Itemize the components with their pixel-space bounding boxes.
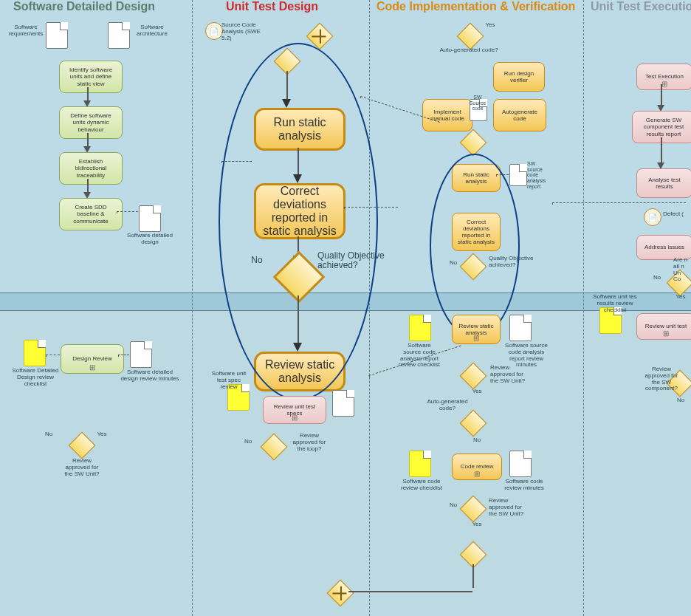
label-sdd-output: Software detaileddesign [120, 233, 180, 246]
label-qo-small: Quality Objectiveachieved? [489, 256, 543, 269]
task-run-dv: Run designverifier [493, 62, 545, 92]
label-component-review: Reviewapproved forthe SWcomponent? [638, 366, 685, 392]
label-ut-results-checklist: Software unit tesresults reviewchecklist [588, 294, 642, 313]
task-test-exec: Test Execution [636, 64, 691, 90]
event-defect: 📄 [644, 208, 661, 226]
doc-sdd-output [139, 205, 161, 232]
lane-title-sdd: Software Detailed Design [13, 0, 155, 13]
label-yes-ute: Yes [673, 294, 688, 301]
lane-title-utd: Unit Test Design [226, 0, 318, 13]
label-sca-checklist: Softwaresource codeanalysis reportreview… [396, 343, 443, 369]
label-no-big: No [248, 256, 266, 265]
label-defect: Defect ( [663, 211, 691, 218]
doc-sca-report [509, 164, 527, 186]
event-sca: 📄 [205, 22, 223, 40]
doc-code-review-checklist [409, 451, 431, 477]
label-no-qo-small: No [446, 260, 461, 267]
label-cr-approved: Reviewapproved forthe SW Unit? [489, 498, 534, 517]
label-loop-q: Reviewapproved forthe loop? [286, 433, 332, 452]
task-code-review: Code review [452, 454, 502, 480]
label-sdd-minutes: Software detaileddesign review minutes [118, 369, 182, 383]
label-sw-architecture: Softwarearchitecture [133, 24, 171, 38]
label-yes-ru: Yes [470, 389, 484, 395]
label-no-ag2: No [470, 437, 484, 444]
label-no-comp: No [673, 397, 688, 404]
label-qo-big: Quality Objectiveachieved? [317, 251, 391, 270]
task-design-review: Design Review [61, 344, 124, 374]
label-autogen2: Auto-generatedcode? [424, 399, 471, 412]
task-review-ut-specs: Review unit testspecs [263, 396, 326, 424]
doc-sca-checklist [409, 315, 431, 341]
label-autogen1: Auto-generated code? [428, 47, 509, 54]
label-code-review-minutes: Software codereview minutes [501, 479, 548, 492]
task-autogen-code: Autogeneratecode [493, 99, 546, 131]
task-impl-manual: Implementmanual code [422, 99, 472, 131]
label-ut-spec-review: Software unittest specreview [207, 371, 251, 390]
label-no-loop: No [241, 439, 255, 445]
task-define-dynamic: Define softwareunits dynamicbehaviour [59, 106, 123, 139]
task-correct-dev-small: Correctdeviationsreported instatic analy… [452, 213, 501, 251]
big-task-review-static: Review staticanalysis [254, 352, 346, 391]
doc-code-review-minutes [509, 451, 532, 477]
doc-sdd-minutes [130, 341, 152, 368]
label-code-review-checklist: Software codereview checklist [399, 479, 444, 492]
task-review-static-small: Review staticanalysis [452, 315, 501, 344]
label-yes-civ1: Yes [483, 22, 498, 29]
task-analyse: Analyse testresults [636, 168, 691, 198]
label-no-ute: No [650, 275, 664, 281]
label-sdd-checklist: Software DetailedDesign review checklist [6, 368, 65, 387]
label-sca-event: Source CodeAnalysis (SWE 5.2) [221, 22, 270, 41]
doc-sw-architecture [108, 22, 130, 49]
task-establish-trace: Establishbidirectionaltraceability [59, 152, 123, 185]
doc-sdd-checklist [24, 340, 46, 366]
label-yes-sdd: Yes [94, 431, 109, 438]
label-sca-report: SWsourcecodeanalysisreport [527, 161, 554, 189]
big-task-correct-dev: Correctdeviationsreported instatic analy… [254, 183, 346, 239]
label-no-sdd: No [41, 431, 56, 438]
task-identify-units: Identify softwareunits and definestatic … [59, 61, 123, 93]
label-review-unit: Reviewapproved forthe SW Unit? [490, 365, 536, 384]
label-are-all: Are nall nUnCo [673, 257, 691, 283]
doc-sca-minutes [509, 315, 532, 341]
doc-ut-spec-out [332, 390, 354, 417]
label-yes-cr: Yes [470, 521, 484, 528]
task-create-sdd: Create SDDbaseline &communicate [59, 198, 123, 230]
label-no-cr: No [446, 502, 461, 509]
lane-title-ute: Unit Test Execution [591, 0, 691, 13]
lane-title-civ: Code Implementation & Verification [377, 0, 575, 13]
label-sw-requirements: Softwarerequirements [7, 24, 44, 38]
task-review-ut: Review unit test [636, 313, 691, 340]
big-task-run-static: Run staticanalysis [254, 108, 346, 151]
label-sw-source: SWSourcecode [467, 95, 489, 112]
doc-sw-requirements [46, 22, 68, 49]
label-sdd-review-q: Reviewapproved forthe SW Unit? [59, 458, 105, 477]
task-run-static-small: Run staticanalysis [452, 164, 501, 192]
